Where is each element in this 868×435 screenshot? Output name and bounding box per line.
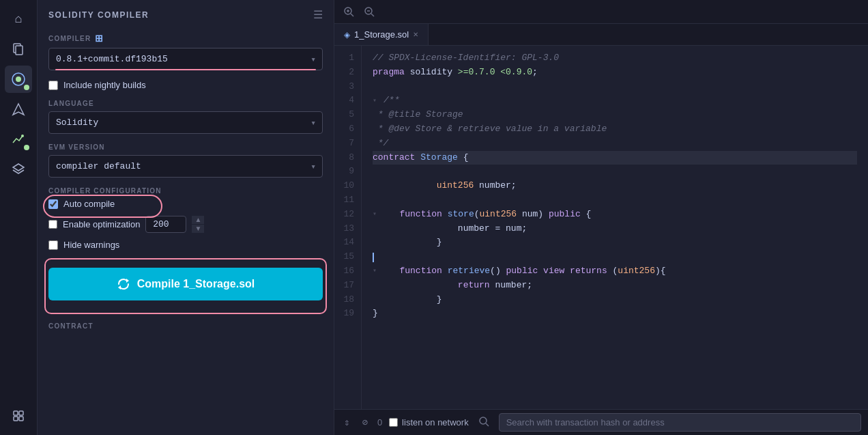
- tab-file-icon: ◈: [344, 30, 350, 40]
- include-nightly-checkbox[interactable]: [48, 81, 58, 90]
- code-line: [373, 165, 857, 179]
- code-line: * @dev Store & retrieve value in a varia…: [373, 122, 857, 137]
- svg-line-14: [351, 14, 353, 16]
- code-editor[interactable]: 12345 678910 1112131415 16171819 // SPDX…: [334, 46, 868, 409]
- line-numbers: 12345 678910 1112131415 16171819: [334, 46, 362, 409]
- panel-title: SOLIDITY COMPILER: [48, 10, 149, 20]
- code-line: * @title Storage: [373, 108, 857, 122]
- code-line: uint256 number;: [373, 179, 857, 193]
- svg-marker-12: [118, 285, 121, 290]
- zoom-in-btn[interactable]: [340, 3, 358, 20]
- language-select[interactable]: Solidity Yul: [48, 111, 323, 134]
- editor-area: ◈ 1_Storage.sol ✕ 12345 678910 111213141…: [334, 0, 868, 435]
- code-line-cursor: [373, 250, 857, 264]
- compile-badge: [24, 85, 29, 90]
- svg-marker-11: [126, 279, 129, 283]
- analytics-icon[interactable]: [5, 126, 32, 153]
- bottom-count: 0: [377, 417, 382, 427]
- svg-rect-9: [14, 417, 18, 421]
- code-line: [373, 193, 857, 208]
- bottom-search-icon[interactable]: [476, 413, 492, 432]
- compile-btn-wrapper: Compile 1_Storage.sol: [48, 262, 323, 310]
- auto-compile-label[interactable]: Auto compile: [63, 199, 115, 209]
- code-line: pragma solidity >=0.7.0 <0.9.0;: [373, 66, 857, 80]
- svg-point-3: [16, 76, 21, 82]
- tab-storage-sol[interactable]: ◈ 1_Storage.sol ✕: [334, 24, 429, 45]
- evm-wrapper: compiler default berlin istanbul homeste…: [48, 155, 323, 178]
- language-wrapper: Solidity Yul: [48, 111, 323, 134]
- compiler-section-label: COMPILER ⊞: [48, 33, 323, 44]
- svg-marker-4: [13, 104, 24, 115]
- config-section-label: COMPILER CONFIGURATION: [48, 187, 323, 195]
- code-line: contract Storage {: [373, 151, 857, 165]
- listen-network-row: listen on network: [389, 417, 469, 427]
- compiler-version-wrapper: 0.8.1+commit.df193b15 0.8.0+commit.c7dfd…: [48, 48, 323, 70]
- code-line: ▾ /**: [373, 94, 857, 108]
- code-line: // SPDX-License-Identifier: GPL-3.0: [373, 51, 857, 66]
- code-line: */: [373, 137, 857, 151]
- language-section-label: LANGUAGE: [48, 100, 323, 107]
- svg-point-5: [21, 135, 24, 137]
- layers-icon[interactable]: [5, 156, 32, 183]
- compiler-panel: SOLIDITY COMPILER ☰ COMPILER ⊞ 0.8.1+com…: [38, 0, 334, 435]
- bottom-stop-btn[interactable]: ⊘: [359, 414, 370, 431]
- code-line: number = num;: [373, 222, 857, 236]
- tab-close-btn[interactable]: ✕: [413, 31, 418, 38]
- tab-bar: ◈ 1_Storage.sol ✕: [334, 24, 868, 46]
- auto-compile-checkbox[interactable]: [48, 199, 58, 209]
- compile-refresh-icon: [117, 277, 130, 291]
- editor-toolbar: [334, 0, 868, 24]
- evm-section-label: EVM VERSION: [48, 143, 323, 151]
- optimization-row: Enable optimization ▲ ▼: [48, 216, 323, 233]
- evm-select[interactable]: compiler default berlin istanbul homeste…: [48, 155, 323, 178]
- code-line: [373, 80, 857, 94]
- optimization-down-btn[interactable]: ▼: [192, 225, 204, 233]
- files-icon[interactable]: [5, 36, 32, 63]
- code-line: }: [373, 307, 857, 321]
- zoom-out-btn[interactable]: [360, 3, 378, 20]
- auto-compile-row: Auto compile: [48, 199, 323, 209]
- svg-rect-10: [19, 417, 23, 421]
- compiler-version-select[interactable]: 0.8.1+commit.df193b15 0.8.0+commit.c7dfd…: [48, 48, 323, 70]
- svg-marker-6: [13, 164, 24, 171]
- plugin-icon[interactable]: [5, 402, 32, 430]
- icon-sidebar: ⌂: [0, 0, 38, 435]
- compile-icon[interactable]: [5, 66, 32, 93]
- code-line: return number;: [373, 279, 857, 293]
- panel-header: SOLIDITY COMPILER ☰: [48, 8, 323, 22]
- enable-optimization-label[interactable]: Enable optimization: [63, 219, 140, 229]
- optimization-up-btn[interactable]: ▲: [192, 216, 204, 224]
- bottom-bar: ⇕ ⊘ 0 listen on network: [334, 409, 868, 435]
- tab-name: 1_Storage.sol: [354, 29, 409, 40]
- hide-warnings-row: Hide warnings: [48, 240, 323, 250]
- listen-network-label[interactable]: listen on network: [402, 417, 469, 427]
- svg-line-18: [371, 14, 374, 16]
- deploy-icon[interactable]: [5, 96, 32, 123]
- svg-rect-1: [16, 46, 23, 55]
- bottom-expand-btn[interactable]: ⇕: [341, 414, 352, 431]
- include-nightly-row: Include nightly builds: [48, 80, 323, 90]
- optimization-stepper: ▲ ▼: [192, 216, 204, 233]
- code-content[interactable]: // SPDX-License-Identifier: GPL-3.0 prag…: [362, 46, 868, 409]
- include-nightly-label[interactable]: Include nightly builds: [63, 80, 146, 90]
- compile-button-label: Compile 1_Storage.sol: [137, 278, 255, 290]
- contract-section-label: CONTRACT: [48, 322, 323, 330]
- optimization-value-input[interactable]: [145, 216, 186, 233]
- compiler-info-icon[interactable]: ⊞: [95, 33, 104, 44]
- hide-warnings-label[interactable]: Hide warnings: [63, 240, 119, 250]
- panel-menu-icon[interactable]: ☰: [313, 8, 323, 22]
- hide-warnings-checkbox[interactable]: [48, 240, 58, 250]
- svg-rect-7: [14, 411, 18, 415]
- compile-button[interactable]: Compile 1_Storage.sol: [48, 268, 323, 300]
- svg-line-21: [486, 423, 489, 426]
- svg-point-20: [480, 417, 487, 424]
- analytics-badge: [24, 145, 29, 150]
- enable-optimization-checkbox[interactable]: [48, 220, 57, 229]
- home-icon[interactable]: ⌂: [5, 5, 32, 33]
- transaction-search-input[interactable]: [499, 413, 861, 432]
- listen-network-checkbox[interactable]: [389, 418, 398, 427]
- svg-rect-8: [19, 411, 23, 415]
